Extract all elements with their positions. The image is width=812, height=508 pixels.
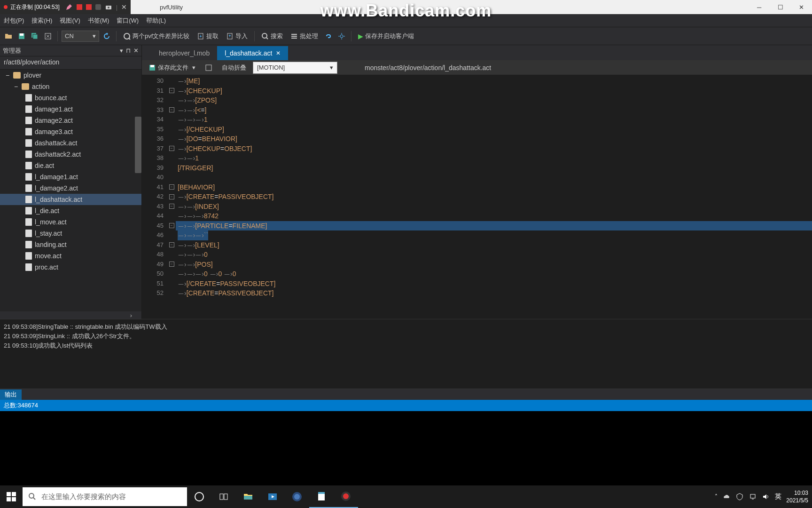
tree-file[interactable]: l_stay.act (0, 228, 141, 239)
fold-toggle[interactable]: − (169, 184, 174, 190)
volume-icon[interactable] (762, 492, 770, 501)
fold-toggle[interactable]: − (169, 242, 174, 247)
code-line[interactable]: ⸺›[/CREATE=PASSIVEOBJECT] (176, 279, 812, 289)
pause-icon[interactable] (95, 4, 101, 10)
code-line[interactable]: ⸺›[ME] (176, 76, 812, 86)
settings-button[interactable] (336, 31, 347, 42)
language-select[interactable]: CN▾ (62, 31, 99, 42)
link-button[interactable] (323, 31, 334, 42)
code-line[interactable]: ⸺›⸺›[POS] (176, 260, 812, 270)
code-line[interactable]: ⸺›⸺›⸺›8742 (176, 211, 812, 221)
minimize-button[interactable]: ─ (749, 0, 770, 14)
tree-file[interactable]: l_damage1.act (0, 171, 141, 183)
refresh-button[interactable] (101, 31, 112, 42)
code-line[interactable]: ⸺›⸺›[ZPOS] (176, 95, 812, 105)
fold-toggle[interactable]: − (169, 262, 174, 267)
task-view-icon[interactable] (211, 485, 236, 508)
tree-file[interactable]: move.act (0, 250, 141, 262)
ime-indicator[interactable]: 英 (775, 492, 781, 501)
editor-tab[interactable]: heroplover_l.mob (151, 46, 217, 60)
close-overlay-icon[interactable]: ✕ (121, 3, 127, 11)
save-all-button[interactable] (29, 31, 40, 42)
import-button[interactable]: 导入 (223, 30, 250, 43)
tree-folder-action[interactable]: − action (0, 81, 141, 92)
toggle-button[interactable] (202, 64, 215, 71)
code-line[interactable]: ⸺›⸺›⸺›0 ⸺›0 ⸺›0 (176, 269, 812, 279)
code-line[interactable]: ⸺›⸺›[PARTICLE=FILENAME] (176, 221, 812, 231)
extract-button[interactable]: 提取 (194, 30, 221, 43)
tree-file[interactable]: damage2.act (0, 115, 141, 126)
code-line[interactable]: ⸺›[DO=BEHAVIOR] (176, 134, 812, 144)
tree-file[interactable]: landing.act (0, 239, 141, 250)
sidebar-path[interactable]: r/act8/plover/action (0, 56, 141, 70)
delete-button[interactable] (42, 31, 54, 42)
tree-file[interactable]: dashattack2.act (0, 149, 141, 160)
media-player-icon[interactable] (260, 485, 285, 508)
code-editor[interactable]: 3031323334353637383940414243444546474849… (142, 75, 812, 319)
section-select[interactable]: [MOTION]▾ (253, 62, 337, 74)
tree-file[interactable]: bounce.act (0, 92, 141, 103)
tree-file[interactable]: dashattack.act (0, 137, 141, 149)
fold-toggle[interactable]: − (169, 223, 174, 228)
onedrive-icon[interactable] (722, 492, 731, 501)
fold-toggle[interactable]: − (169, 204, 174, 209)
fold-toggle[interactable]: − (169, 194, 174, 199)
camera-icon[interactable] (105, 3, 112, 11)
batch-button[interactable]: 批处理 (288, 30, 321, 43)
save-file-button[interactable]: 保存此文件▾ (146, 64, 198, 72)
diff-button[interactable]: 两个pvf文件差异比较 (120, 30, 192, 43)
tree-file[interactable]: damage3.act (0, 126, 141, 137)
code-line[interactable]: ⸺›⸺›⸺›`` (176, 230, 812, 240)
menu-search[interactable]: 搜索(H) (31, 16, 52, 25)
code-line[interactable]: [/TRIGGER] (176, 163, 812, 173)
tree-file[interactable]: damage1.act (0, 103, 141, 115)
fold-toggle[interactable]: − (169, 146, 174, 151)
dropdown-icon[interactable]: ▾ (120, 47, 123, 54)
bandicam-icon[interactable] (334, 485, 358, 508)
code-line[interactable]: ⸺›⸺›[INDEX] (176, 202, 812, 212)
menu-bookmark[interactable]: 书签(M) (88, 16, 109, 25)
fold-toggle[interactable]: − (169, 107, 174, 112)
close-panel-icon[interactable]: ✕ (133, 47, 139, 54)
app-icon-1[interactable] (285, 485, 309, 508)
tree-file[interactable]: l_damage2.act (0, 183, 141, 194)
clock[interactable]: 10:03 2021/5/5 (786, 489, 808, 504)
maximize-button[interactable]: ☐ (770, 0, 791, 14)
open-button[interactable] (3, 31, 14, 42)
tree-file[interactable]: die.act (0, 160, 141, 171)
notepad-icon[interactable] (309, 485, 334, 508)
network-icon[interactable] (749, 492, 757, 501)
code-line[interactable]: ⸺›⸺›1 (176, 153, 812, 163)
cortana-icon[interactable] (187, 485, 211, 508)
tree-file[interactable]: l_dashattack.act (0, 194, 141, 205)
scrollbar-thumb[interactable] (135, 117, 141, 173)
output-tab[interactable]: 输出 (0, 389, 22, 400)
code-content[interactable]: ⸺›[ME]⸺›[CHECKUP]⸺›⸺›[ZPOS]⸺›⸺›[<=]⸺›⸺›⸺… (176, 75, 812, 319)
tray-chevron-icon[interactable]: ˄ (715, 493, 718, 500)
code-line[interactable]: ⸺›[/CHECKUP] (176, 125, 812, 135)
tree-file[interactable]: l_move.act (0, 216, 141, 228)
code-line[interactable]: ⸺›[CREATE=PASSIVEOBJECT] (176, 192, 812, 202)
code-line[interactable] (176, 173, 812, 183)
code-line[interactable]: ⸺›⸺›[LEVEL] (176, 240, 812, 250)
menu-view[interactable]: 视图(V) (60, 16, 80, 25)
autofold-button[interactable]: 自动折叠 (219, 64, 249, 72)
menu-window[interactable]: 窗口(W) (117, 16, 139, 25)
taskbar-search[interactable]: 在这里输入你要搜索的内容 (23, 487, 187, 506)
menu-pack[interactable]: 封包(P) (4, 16, 24, 25)
start-button[interactable] (0, 485, 23, 508)
code-line[interactable]: ⸺›[CHECKUP=OBJECT] (176, 144, 812, 154)
stop-record-icon[interactable] (77, 4, 82, 10)
code-line[interactable]: ⸺›[CHECKUP] (176, 86, 812, 96)
close-tab-icon[interactable]: ✕ (276, 50, 281, 56)
tree-folder-root[interactable]: − plover (0, 70, 141, 81)
tree-file[interactable]: proc.act (0, 262, 141, 273)
code-line[interactable]: ⸺›⸺›⸺›1 (176, 115, 812, 125)
fold-toggle[interactable]: − (169, 88, 174, 93)
save-launch-button[interactable]: ▶保存并启动客户端 (355, 30, 417, 43)
explorer-icon[interactable] (236, 485, 260, 508)
pin-icon[interactable]: ⊓ (126, 47, 131, 54)
search-button[interactable]: 搜索 (258, 30, 286, 43)
close-button[interactable]: ✕ (791, 0, 812, 14)
code-line[interactable]: ⸺›⸺›⸺›0 (176, 250, 812, 260)
